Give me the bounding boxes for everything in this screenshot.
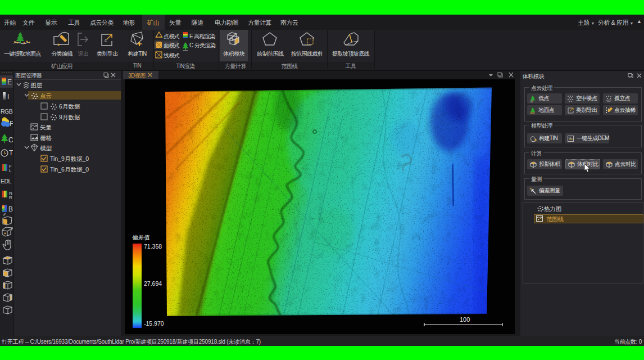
svg-text:EDL: EDL bbox=[1, 178, 12, 184]
svg-text:Tin_9月数据_0: Tin_9月数据_0 bbox=[50, 155, 89, 162]
svg-text:27.694: 27.694 bbox=[144, 280, 162, 287]
svg-text:RGB: RGB bbox=[1, 108, 13, 115]
svg-text:R: R bbox=[9, 195, 12, 200]
svg-text:Tin_6月数据_0: Tin_6月数据_0 bbox=[50, 166, 89, 173]
svg-text:B: B bbox=[8, 205, 13, 213]
svg-text:偏差值: 偏差值 bbox=[132, 234, 150, 241]
svg-text:9月数据: 9月数据 bbox=[59, 114, 80, 120]
svg-text:I: I bbox=[7, 93, 9, 101]
svg-text:F: F bbox=[10, 120, 13, 128]
svg-text:栅格: 栅格 bbox=[40, 134, 52, 141]
svg-text:100: 100 bbox=[460, 316, 470, 323]
svg-text:矢量: 矢量 bbox=[40, 124, 52, 130]
svg-text:E: E bbox=[7, 78, 12, 86]
svg-text:L: L bbox=[9, 168, 12, 173]
svg-text:C: C bbox=[8, 136, 13, 144]
svg-text:图层: 图层 bbox=[30, 82, 43, 88]
svg-text:点云: 点云 bbox=[40, 92, 52, 99]
svg-text:-15.970: -15.970 bbox=[144, 320, 164, 327]
svg-text:T: T bbox=[9, 149, 13, 157]
svg-text:71.358: 71.358 bbox=[144, 243, 162, 250]
svg-text:模型: 模型 bbox=[40, 145, 52, 151]
svg-text:Grnd: Grnd bbox=[530, 111, 535, 114]
svg-text:6月数据: 6月数据 bbox=[59, 103, 80, 110]
svg-text:c: c bbox=[105, 38, 107, 43]
svg-text:VGP: VGP bbox=[606, 99, 612, 102]
